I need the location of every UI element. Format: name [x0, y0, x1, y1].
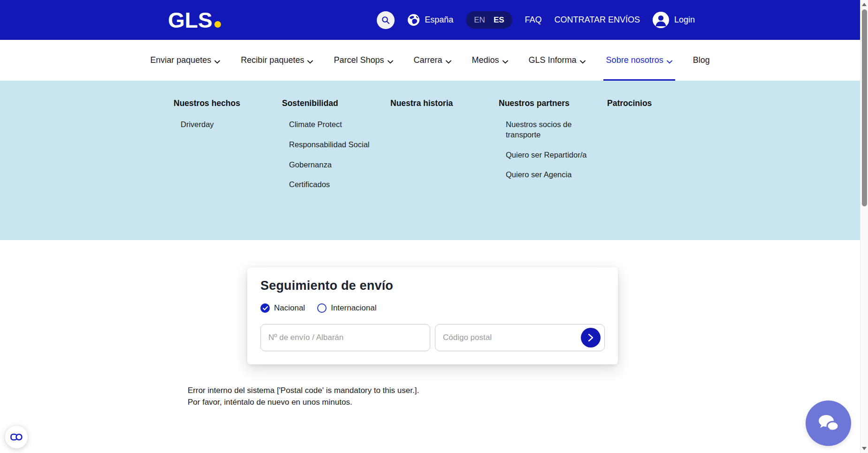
menu-link-quiero-ser-agencia[interactable]: Quiero ser Agencia: [506, 170, 595, 180]
menu-link-climate-protect[interactable]: Climate Protect: [289, 120, 378, 130]
chat-button[interactable]: [806, 400, 851, 446]
tracking-inputs: [260, 324, 605, 351]
chevron-down-icon: [388, 56, 393, 66]
user-avatar-icon: [653, 12, 669, 28]
menu-link-certificados[interactable]: Certificados: [289, 180, 378, 190]
mega-column-patrocinios: Patrocinios: [607, 98, 652, 240]
nav-item-enviar-paquetes[interactable]: Enviar paquetes: [150, 40, 220, 81]
nav-label: GLS Informa: [529, 55, 577, 65]
nav-label: Medios: [472, 55, 499, 65]
menu-link-responsabilidad-social[interactable]: Responsabilidad Social: [289, 140, 378, 150]
nav-item-medios[interactable]: Medios: [472, 40, 508, 81]
scrollbar-down-arrow[interactable]: [862, 447, 867, 450]
chevron-down-icon: [307, 56, 313, 66]
arrow-right-icon: [588, 333, 594, 342]
gls-logo[interactable]: GLS: [168, 9, 221, 31]
postal-code-input[interactable]: [435, 324, 605, 351]
mega-column-header[interactable]: Nuestra historia: [390, 98, 499, 108]
menu-link-gobernanza[interactable]: Gobernanza: [289, 160, 378, 170]
gls-logo-text: GLS: [168, 9, 213, 31]
mega-column-header[interactable]: Patrocinios: [607, 98, 652, 108]
mega-column-header[interactable]: Nuestros hechos: [174, 98, 282, 108]
faq-link[interactable]: FAQ: [525, 15, 542, 25]
chevron-down-icon: [580, 56, 586, 66]
mega-column-nuestros-partners: Nuestros partners Nuestros socios de tra…: [499, 98, 607, 240]
mega-column-header[interactable]: Nuestros partners: [499, 98, 607, 108]
radio-internacional-label: Internacional: [331, 303, 376, 313]
tracking-card-title: Seguimiento de envío: [260, 279, 605, 293]
radio-unselected-icon: [317, 303, 327, 313]
nav-item-blog[interactable]: Blog: [693, 40, 710, 81]
scrollbar-up-arrow[interactable]: [862, 3, 867, 6]
lang-option-es[interactable]: ES: [494, 15, 504, 25]
tracking-number-input[interactable]: [260, 324, 430, 351]
nav-label: Parcel Shops: [334, 55, 384, 65]
menu-link-driverday[interactable]: Driverday: [181, 120, 270, 130]
nav-label: Blog: [693, 55, 710, 65]
nav-label: Carrera: [414, 55, 442, 65]
mega-column-header[interactable]: Sostenibilidad: [282, 98, 390, 108]
accessibility-widget-button[interactable]: [5, 426, 28, 448]
sobre-nosotros-mega-menu: Nuestros hechos Driverday Sostenibilidad…: [0, 81, 860, 240]
nav-item-parcel-shops[interactable]: Parcel Shops: [334, 40, 393, 81]
lang-option-en[interactable]: EN: [474, 15, 485, 25]
tracking-card: Seguimiento de envío Nacional Internacio…: [247, 267, 618, 364]
globe-icon: [407, 14, 420, 26]
radio-nacional[interactable]: Nacional: [260, 303, 305, 313]
gls-logo-dot: [214, 21, 221, 28]
nav-label: Enviar paquetes: [150, 55, 211, 65]
header-right-cluster: España EN ES FAQ CONTRATAR ENVÍOS Login: [377, 11, 695, 29]
nav-item-carrera[interactable]: Carrera: [414, 40, 451, 81]
tracking-error-message: Error interno del sistema ['Postal code'…: [188, 385, 860, 408]
page-content: GLS: [0, 0, 860, 453]
postal-code-field-wrap: [435, 324, 605, 351]
error-line-1: Error interno del sistema ['Postal code'…: [188, 385, 860, 397]
search-icon: [381, 16, 390, 24]
mega-column-nuestros-hechos: Nuestros hechos Driverday: [174, 98, 282, 240]
radio-nacional-label: Nacional: [274, 303, 305, 313]
nav-item-sobre-nosotros[interactable]: Sobre nosotros: [606, 40, 672, 81]
country-label: España: [425, 15, 453, 25]
chevron-down-icon: [446, 56, 451, 66]
country-selector[interactable]: España: [407, 14, 453, 26]
mega-column-sostenibilidad: Sostenibilidad Climate Protect Responsab…: [282, 98, 390, 240]
tracking-submit-button[interactable]: [581, 328, 601, 347]
chevron-down-icon: [667, 56, 672, 66]
toggle-widget-icon: [10, 433, 23, 441]
error-line-2: Por favor, inténtalo de nuevo en unos mi…: [188, 397, 860, 408]
scrollbar-thumb[interactable]: [862, 9, 867, 206]
login-label: Login: [674, 15, 695, 25]
main-content: Seguimiento de envío Nacional Internacio…: [0, 240, 860, 408]
chevron-down-icon: [214, 56, 220, 66]
radio-internacional[interactable]: Internacional: [317, 303, 376, 313]
tracking-scope-radios: Nacional Internacional: [260, 303, 605, 313]
menu-link-quiero-ser-repartidor[interactable]: Quiero ser Repartidor/a: [506, 150, 595, 160]
gls-website: GLS: [0, 0, 868, 453]
main-navigation: Enviar paquetes Recibir paquetes Parcel …: [0, 40, 860, 81]
login-button[interactable]: Login: [653, 12, 695, 28]
nav-label: Recibir paquetes: [241, 55, 304, 65]
language-switcher: EN ES: [466, 11, 512, 29]
tracking-number-field-wrap: [260, 324, 430, 351]
vertical-scrollbar[interactable]: [860, 0, 868, 453]
nav-item-recibir-paquetes[interactable]: Recibir paquetes: [241, 40, 313, 81]
radio-selected-icon: [260, 303, 270, 313]
contratar-envios-link[interactable]: CONTRATAR ENVÍOS: [555, 15, 640, 25]
nav-label: Sobre nosotros: [606, 55, 663, 65]
chat-bubbles-icon: [818, 414, 839, 433]
top-header: GLS: [0, 0, 860, 40]
search-button[interactable]: [377, 11, 395, 29]
menu-link-socios-de-transporte[interactable]: Nuestros socios de transporte: [506, 120, 595, 140]
mega-column-nuestra-historia: Nuestra historia: [390, 98, 499, 240]
chevron-down-icon: [503, 56, 508, 66]
nav-item-gls-informa[interactable]: GLS Informa: [529, 40, 586, 81]
